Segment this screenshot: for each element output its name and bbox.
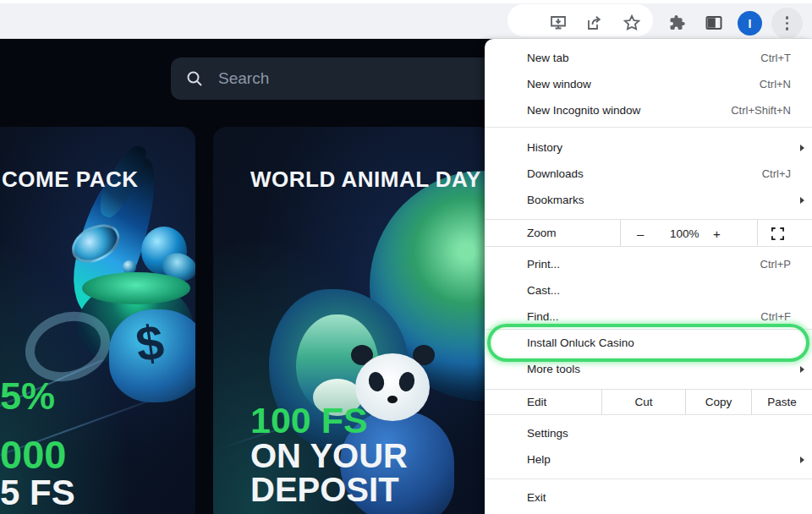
- menu-separator: [485, 478, 812, 479]
- bookmark-star-icon[interactable]: [622, 13, 642, 33]
- menu-item-bookmarks[interactable]: Bookmarks: [485, 187, 812, 213]
- card1-promo-percent: 5%: [0, 377, 55, 415]
- menu-item-new-incognito[interactable]: New Incognito window Ctrl+Shift+N: [485, 97, 812, 123]
- submenu-arrow-icon: [800, 197, 804, 204]
- panda-art: [387, 396, 398, 403]
- chrome-menu: New tab Ctrl+T New window Ctrl+N New Inc…: [485, 39, 812, 514]
- divider: [757, 220, 758, 246]
- menu-item-new-window[interactable]: New window Ctrl+N: [485, 71, 812, 97]
- search-icon: [184, 68, 205, 89]
- promo-card-world-animal-day[interactable]: WORLD ANIMAL DAY 100 FS ON YOUR DEPOSIT: [213, 127, 492, 514]
- zoom-in-button[interactable]: +: [713, 227, 721, 241]
- menu-item-new-tab[interactable]: New tab Ctrl+T: [485, 45, 812, 71]
- shortcut: Ctrl+T: [760, 52, 791, 64]
- submenu-arrow-icon: [800, 366, 804, 373]
- card2-promo-line3: DEPOSIT: [250, 473, 399, 506]
- screen: I Search $ COME PAC: [0, 0, 812, 514]
- shortcut: Ctrl+P: [760, 258, 791, 271]
- shortcut: Ctrl+J: [762, 167, 791, 180]
- menu-item-history[interactable]: History: [485, 134, 812, 161]
- cut-button[interactable]: Cut: [601, 390, 685, 414]
- side-panel-icon[interactable]: [704, 13, 724, 33]
- menu-dots-icon: [786, 16, 789, 30]
- promo-card-welcome-pack[interactable]: $ COME PACK 5% 000 5 FS: [0, 127, 195, 514]
- divider: [620, 220, 621, 246]
- menu-item-help[interactable]: Help: [485, 446, 812, 473]
- copy-button[interactable]: Copy: [685, 390, 751, 414]
- search-input[interactable]: Search: [171, 57, 509, 100]
- menu-item-cast[interactable]: Cast...: [485, 277, 812, 303]
- menu-edit-row: Edit Cut Copy Paste: [485, 389, 812, 415]
- fullscreen-icon[interactable]: [771, 227, 784, 243]
- shortcut: Ctrl+Shift+N: [731, 104, 791, 117]
- card1-promo-amount: 000: [0, 435, 66, 474]
- edit-label: Edit: [527, 396, 546, 408]
- card1-promo-fs: 5 FS: [0, 475, 75, 511]
- browser-toolbar: I: [0, 0, 812, 39]
- card2-title: WORLD ANIMAL DAY: [250, 167, 481, 193]
- zoom-out-button[interactable]: –: [637, 227, 644, 241]
- menu-item-install-onluck-casino[interactable]: Install Onluck Casino: [485, 330, 812, 356]
- install-app-icon[interactable]: [548, 13, 568, 33]
- zoom-label: Zoom: [527, 227, 557, 239]
- submenu-arrow-icon: [800, 457, 804, 463]
- browser-menu-button[interactable]: [771, 8, 803, 39]
- menu-item-downloads[interactable]: Downloads Ctrl+J: [485, 161, 812, 187]
- menu-item-print[interactable]: Print... Ctrl+P: [485, 251, 812, 277]
- paste-button[interactable]: Paste: [751, 390, 812, 414]
- zoom-value: 100%: [670, 227, 700, 240]
- card2-promo-fs: 100 FS: [250, 402, 368, 439]
- menu-item-settings[interactable]: Settings: [485, 420, 812, 446]
- submenu-arrow-icon: [800, 145, 804, 151]
- menu-item-more-tools[interactable]: More tools: [485, 356, 812, 382]
- menu-item-exit[interactable]: Exit: [485, 484, 812, 511]
- card1-title: COME PACK: [2, 167, 138, 193]
- extensions-icon[interactable]: [667, 13, 688, 33]
- share-icon[interactable]: [584, 13, 605, 33]
- pot-art: [82, 272, 190, 304]
- menu-separator: [485, 127, 812, 128]
- menu-item-find[interactable]: Find... Ctrl+F: [485, 303, 812, 330]
- profile-avatar[interactable]: I: [738, 11, 762, 36]
- card2-promo-line2: ON YOUR: [250, 439, 408, 473]
- shortcut: Ctrl+N: [760, 78, 791, 90]
- menu-zoom-row: Zoom – 100% +: [485, 219, 812, 247]
- search-placeholder: Search: [218, 69, 269, 88]
- shortcut: Ctrl+F: [760, 310, 791, 323]
